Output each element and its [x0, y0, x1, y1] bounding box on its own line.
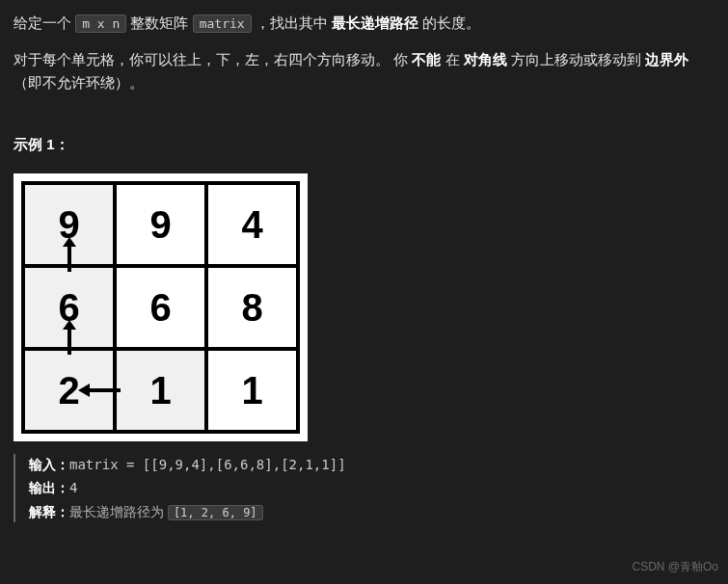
cell-value: 4 — [241, 203, 262, 246]
cell-value: 2 — [58, 369, 79, 411]
matrix-figure: 9 9 4 6 6 8 2 — [13, 173, 308, 441]
cell-0-0: 9 — [23, 183, 115, 266]
example-heading: 示例 1： — [13, 133, 715, 156]
output-label: 输出： — [29, 480, 69, 495]
problem-intro: 给定一个 m x n 整数矩阵 matrix ，找出其中 最长递增路径 的长度。 — [13, 12, 715, 35]
cell-value: 9 — [58, 203, 79, 246]
bold-diagonal: 对角线 — [464, 51, 507, 67]
inline-code-matrix: matrix — [193, 14, 252, 33]
explain-line: 解释：最长递增路径为 [1, 2, 6, 9] — [29, 501, 715, 522]
bold-boundary: 边界外 — [645, 51, 688, 67]
text: （即不允许环绕）。 — [13, 74, 144, 91]
table-row: 2 1 1 — [23, 349, 298, 432]
output-line: 输出：4 — [29, 477, 715, 498]
table-row: 6 6 8 — [23, 266, 298, 349]
cell-value: 1 — [149, 369, 171, 411]
problem-constraints: 对于每个单元格，你可以往上，下，左，右四个方向移动。 你 不能 在 对角线 方向… — [13, 48, 715, 94]
cell-value: 9 — [149, 203, 171, 246]
table-row: 9 9 4 — [23, 183, 298, 266]
explain-label: 解释： — [29, 504, 69, 519]
input-label: 输入： — [29, 457, 69, 472]
matrix-table: 9 9 4 6 6 8 2 — [21, 181, 300, 434]
output-value: 4 — [69, 480, 77, 495]
cell-2-2: 1 — [206, 349, 298, 432]
watermark: CSDN @青釉Oo — [632, 558, 718, 576]
cell-2-1: 1 — [115, 349, 206, 432]
cell-2-0: 2 — [23, 349, 115, 432]
input-value: matrix = [[9,9,4],[6,6,8],[2,1,1]] — [69, 457, 346, 472]
text: 的长度。 — [422, 14, 480, 31]
text: 方向上移动或移动到 — [511, 51, 645, 67]
input-line: 输入：matrix = [[9,9,4],[6,6,8],[2,1,1]] — [29, 454, 715, 475]
example-io-block: 输入：matrix = [[9,9,4],[6,6,8],[2,1,1]] 输出… — [13, 454, 715, 522]
text: 对于每个单元格，你可以往上，下，左，右四个方向移动。 你 — [13, 51, 412, 67]
text: 给定一个 — [13, 14, 75, 31]
text: 整数矩阵 — [130, 14, 192, 31]
cell-value: 6 — [58, 286, 79, 329]
cell-value: 8 — [241, 286, 262, 329]
explain-code: [1, 2, 6, 9] — [168, 505, 263, 520]
cell-value: 1 — [241, 369, 262, 411]
bold-cannot: 不能 — [412, 51, 441, 67]
inline-code-dims: m x n — [75, 14, 126, 33]
cell-1-1: 6 — [115, 266, 206, 349]
cell-0-2: 4 — [206, 183, 298, 266]
bold-longest-path: 最长递增路径 — [332, 14, 418, 31]
explain-text: 最长递增路径为 — [69, 504, 168, 519]
text: 在 — [445, 51, 464, 67]
cell-0-1: 9 — [115, 183, 206, 266]
cell-1-0: 6 — [23, 266, 115, 349]
text: ，找出其中 — [256, 14, 332, 31]
cell-value: 6 — [149, 286, 171, 329]
cell-1-2: 8 — [206, 266, 298, 349]
